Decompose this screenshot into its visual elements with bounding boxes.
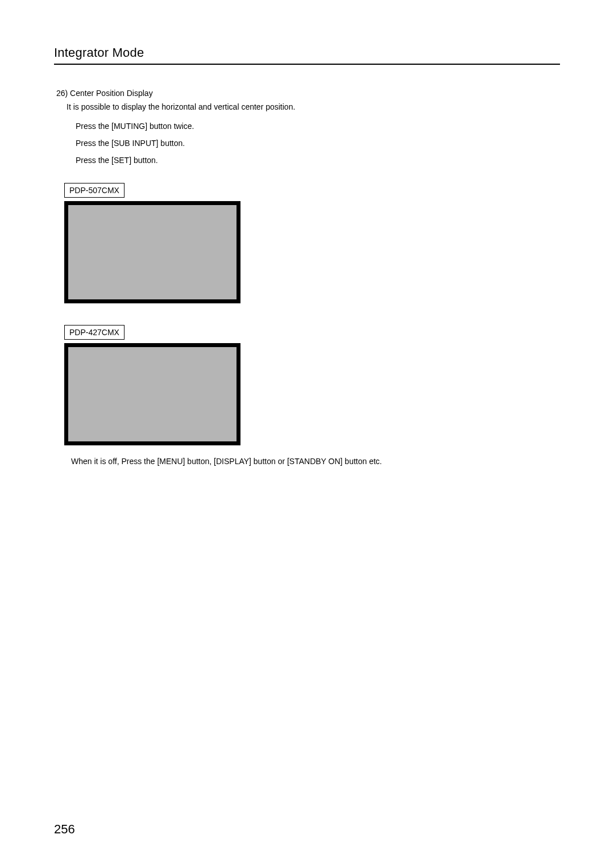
page-title: Integrator Mode bbox=[54, 45, 560, 60]
instruction-step: Press the [SUB INPUT] button. bbox=[54, 139, 560, 148]
screen-frame-427 bbox=[64, 343, 240, 445]
section-heading: 26) Center Position Display bbox=[54, 89, 560, 98]
section-description: It is possible to display the horizontal… bbox=[54, 102, 560, 111]
model-label-box: PDP-507CMX bbox=[64, 183, 125, 198]
page-number: 256 bbox=[54, 822, 75, 837]
title-divider bbox=[54, 64, 560, 65]
note-text: When it is off, Press the [MENU] button,… bbox=[54, 457, 560, 466]
instruction-step: Press the [MUTING] button twice. bbox=[54, 122, 560, 131]
screen-frame-507 bbox=[64, 201, 240, 303]
model-label-box: PDP-427CMX bbox=[64, 325, 125, 340]
document-page: Integrator Mode 26) Center Position Disp… bbox=[0, 0, 614, 489]
screen-inner bbox=[68, 205, 237, 299]
screen-inner bbox=[68, 347, 237, 441]
instruction-step: Press the [SET] button. bbox=[54, 156, 560, 165]
